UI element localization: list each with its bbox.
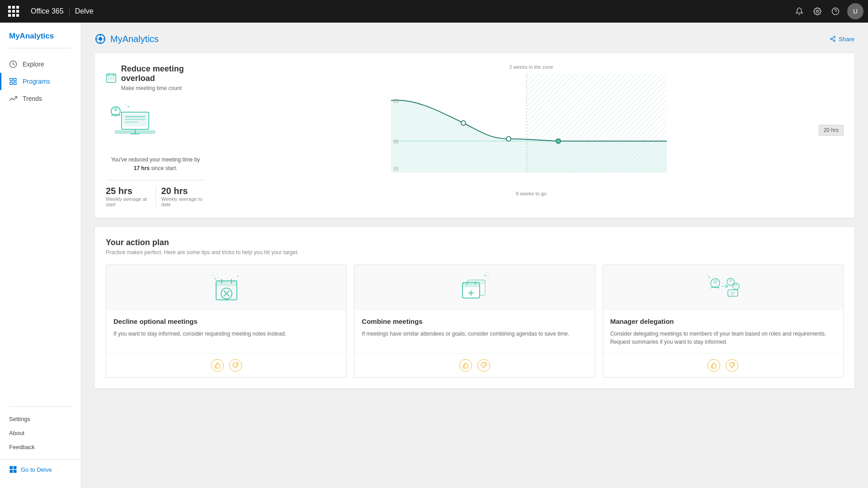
programs-icon	[9, 77, 18, 85]
page-header-left: MyAnalytics	[95, 33, 159, 44]
svg-point-54	[212, 275, 213, 276]
svg-point-76	[707, 274, 708, 275]
svg-point-55	[217, 273, 218, 274]
calendar-icon	[106, 71, 117, 84]
svg-rect-27	[108, 78, 109, 80]
svg-point-65	[487, 278, 489, 279]
action-plan-card: Your action plan Practice makes perfect.…	[95, 227, 854, 389]
svg-point-78	[713, 280, 717, 284]
meeting-chart: 2 weeks in the zone	[219, 64, 844, 196]
svg-rect-5	[14, 78, 16, 81]
thumbdown-button[interactable]	[726, 359, 738, 372]
svg-point-41	[125, 104, 127, 105]
svg-point-0	[816, 10, 819, 13]
explore-icon	[9, 60, 18, 68]
svg-point-47	[506, 137, 511, 141]
thumbup-button[interactable]	[211, 359, 224, 372]
svg-text:15: 15	[393, 166, 399, 171]
meeting-desc: You've reduced your meeting time by 17 h…	[106, 156, 205, 173]
svg-rect-11	[14, 470, 16, 473]
svg-point-39	[114, 108, 118, 111]
meeting-card-title: Reduce meeting overload	[121, 64, 205, 83]
action-card-combine: Combine meetings If meetings have simila…	[354, 265, 595, 378]
action-plan-subtitle: Practice makes perfect. Here are some ti…	[106, 249, 844, 256]
combine-icon-area	[354, 265, 594, 310]
sidebar-item-programs[interactable]: Programs	[0, 73, 81, 90]
decline-card-footer	[106, 353, 346, 377]
manager-delegation-illustration	[703, 267, 743, 308]
trends-icon	[9, 95, 18, 103]
svg-point-48	[556, 139, 561, 143]
sidebar-feedback-link[interactable]: Feedback	[0, 440, 81, 454]
svg-rect-84	[728, 290, 738, 296]
svg-rect-58	[216, 281, 237, 286]
svg-point-64	[484, 275, 486, 276]
svg-point-42	[131, 103, 132, 104]
svg-rect-70	[462, 283, 480, 287]
svg-rect-32	[123, 114, 147, 126]
combine-card-body: Combine meetings If meetings have simila…	[354, 310, 594, 353]
svg-point-75	[708, 276, 710, 278]
user-avatar[interactable]: U	[847, 3, 863, 19]
svg-line-22	[832, 38, 834, 38]
thumbup-button[interactable]	[459, 359, 472, 372]
combine-meetings-illustration	[454, 267, 495, 308]
svg-point-83	[735, 284, 738, 287]
svg-rect-6	[10, 82, 12, 85]
svg-point-81	[729, 279, 732, 282]
stat-weekly-start: 25 hrs Weekly average at start	[106, 186, 156, 207]
waffle-menu[interactable]	[5, 2, 23, 20]
thumbdown-button[interactable]	[477, 359, 490, 372]
decline-icon-area	[106, 265, 346, 310]
notifications-icon[interactable]	[790, 2, 808, 20]
thumbup-button[interactable]	[708, 359, 720, 372]
sidebar-about-link[interactable]: About	[0, 426, 81, 440]
svg-rect-4	[10, 78, 12, 81]
settings-icon[interactable]	[808, 2, 826, 20]
sidebar: MyAnalytics Explore Programs	[0, 23, 81, 488]
svg-text:25: 25	[393, 99, 399, 104]
action-cards-grid: Decline optional meetings If you want to…	[106, 265, 844, 378]
section-name: Delve	[75, 7, 94, 15]
delegate-card-footer	[603, 353, 843, 377]
decline-meetings-illustration	[206, 267, 247, 308]
svg-point-20	[834, 40, 835, 42]
svg-rect-29	[113, 78, 114, 80]
svg-point-40	[127, 106, 129, 108]
svg-point-53	[214, 278, 216, 280]
svg-point-13	[99, 37, 102, 41]
sidebar-item-label: Trends	[23, 95, 42, 102]
chart-hrs-badge: 20 hrs	[819, 125, 844, 136]
sidebar-item-label: Explore	[23, 61, 44, 68]
svg-rect-24	[107, 74, 116, 77]
meeting-card-subtitle: Make meeting time count	[121, 85, 205, 91]
sidebar-item-label: Programs	[23, 78, 50, 85]
thumbdown-button[interactable]	[229, 359, 242, 372]
svg-text:20: 20	[393, 139, 399, 144]
meeting-illustration	[106, 99, 165, 148]
svg-point-19	[830, 38, 832, 40]
svg-point-18	[834, 36, 835, 38]
svg-point-46	[461, 121, 466, 125]
help-icon[interactable]	[826, 2, 844, 20]
decline-card-body: Decline optional meetings If you want to…	[106, 310, 346, 353]
svg-rect-7	[14, 82, 16, 85]
page-header: MyAnalytics Share	[95, 33, 854, 44]
sidebar-item-trends[interactable]: Trends	[0, 90, 81, 107]
svg-point-66	[486, 272, 487, 273]
top-nav: Office 365 Delve U	[0, 0, 868, 23]
action-card-delegate: Manager delegation Consider delegating m…	[603, 265, 844, 378]
sidebar-settings-link[interactable]: Settings	[0, 412, 81, 426]
chart-zone-label: 2 weeks in the zone	[509, 64, 553, 70]
meeting-card-left: Reduce meeting overload Make meeting tim…	[106, 64, 205, 207]
main-layout: MyAnalytics Explore Programs	[0, 23, 868, 488]
sidebar-title: MyAnalytics	[0, 32, 81, 48]
svg-rect-9	[14, 466, 16, 469]
chart-svg: 25 20 15	[219, 73, 844, 191]
sidebar-item-explore[interactable]: Explore	[0, 56, 81, 73]
app-name[interactable]: Office 365	[25, 7, 70, 15]
share-button[interactable]: Share	[830, 36, 854, 43]
svg-point-56	[237, 275, 239, 277]
delegate-card-body: Manager delegation Consider delegating m…	[603, 310, 843, 353]
go-to-delve-button[interactable]: Go to Delve	[0, 460, 81, 479]
